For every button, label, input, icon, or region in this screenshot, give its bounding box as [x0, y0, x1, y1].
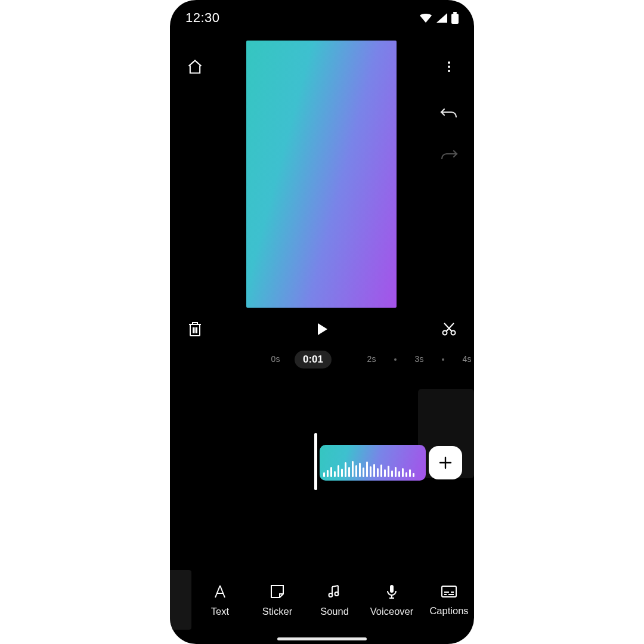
add-clip-button[interactable]	[429, 446, 462, 479]
svg-point-2	[448, 61, 450, 64]
tool-label: Captions	[429, 605, 468, 617]
split-clip-button[interactable]	[437, 317, 461, 341]
bottom-tool-strip: rlay Text Sticker Sound	[170, 570, 474, 630]
ruler-label: 2s	[367, 354, 376, 364]
tool-text[interactable]: Text	[191, 583, 249, 617]
ruler-label: 0s	[271, 354, 280, 364]
trash-icon	[187, 321, 203, 338]
timeline-current-time: 0:01	[295, 351, 332, 369]
redo-icon	[440, 147, 458, 163]
undo-button[interactable]	[437, 101, 461, 125]
tool-sound[interactable]: Sound	[306, 583, 363, 617]
undo-redo-group	[437, 101, 461, 167]
tool-captions[interactable]: Captions	[420, 584, 474, 617]
play-icon	[314, 321, 330, 337]
voiceover-icon	[383, 583, 400, 600]
tool-label: Sticker	[262, 606, 292, 617]
timeline-clip-area[interactable]	[170, 438, 474, 490]
device-frame: 12:30	[170, 0, 474, 644]
svg-rect-0	[453, 12, 457, 14]
tool-label: Sound	[320, 606, 349, 617]
svg-point-11	[335, 592, 339, 596]
play-button[interactable]	[310, 317, 334, 341]
svg-rect-1	[451, 14, 459, 24]
tool-voiceover[interactable]: Voiceover	[363, 583, 420, 617]
scissors-icon	[441, 321, 457, 338]
svg-point-4	[448, 70, 450, 72]
tool-sticker[interactable]: Sticker	[249, 583, 306, 617]
svg-point-6	[443, 331, 447, 335]
ruler-tick	[394, 358, 397, 361]
home-icon	[187, 58, 203, 75]
status-indicators	[419, 12, 459, 24]
plus-icon	[438, 455, 453, 470]
tool-label: Text	[211, 606, 229, 617]
playhead[interactable]	[314, 433, 317, 490]
sound-icon	[326, 583, 343, 600]
tool-label: Voiceover	[370, 606, 413, 617]
svg-point-7	[451, 331, 456, 335]
transport-bar	[170, 316, 474, 342]
video-clip[interactable]	[320, 445, 426, 481]
captions-icon	[440, 584, 458, 599]
status-bar: 12:30	[170, 0, 474, 36]
text-icon	[212, 583, 228, 600]
svg-point-10	[329, 593, 333, 597]
ruler-label: 3s	[415, 354, 424, 364]
timeline-ruler[interactable]: 0s 0:01 2s 3s 4s	[170, 349, 474, 371]
svg-point-3	[448, 66, 450, 68]
delete-clip-button[interactable]	[183, 317, 207, 341]
home-indicator[interactable]	[277, 637, 367, 640]
clip-waveform	[323, 460, 422, 477]
cellular-icon	[436, 13, 448, 23]
battery-icon	[451, 12, 459, 24]
svg-rect-12	[390, 585, 394, 593]
more-button[interactable]	[437, 55, 461, 79]
home-button[interactable]	[183, 55, 207, 79]
status-time: 12:30	[185, 10, 220, 26]
redo-button[interactable]	[437, 143, 461, 167]
more-vertical-icon	[442, 60, 456, 74]
wifi-icon	[419, 13, 432, 23]
tool-group-divider	[170, 570, 191, 630]
ruler-label: 4s	[463, 354, 472, 364]
undo-icon	[440, 106, 458, 121]
sticker-icon	[269, 583, 286, 600]
ruler-tick	[442, 358, 444, 361]
video-preview[interactable]	[246, 41, 397, 308]
